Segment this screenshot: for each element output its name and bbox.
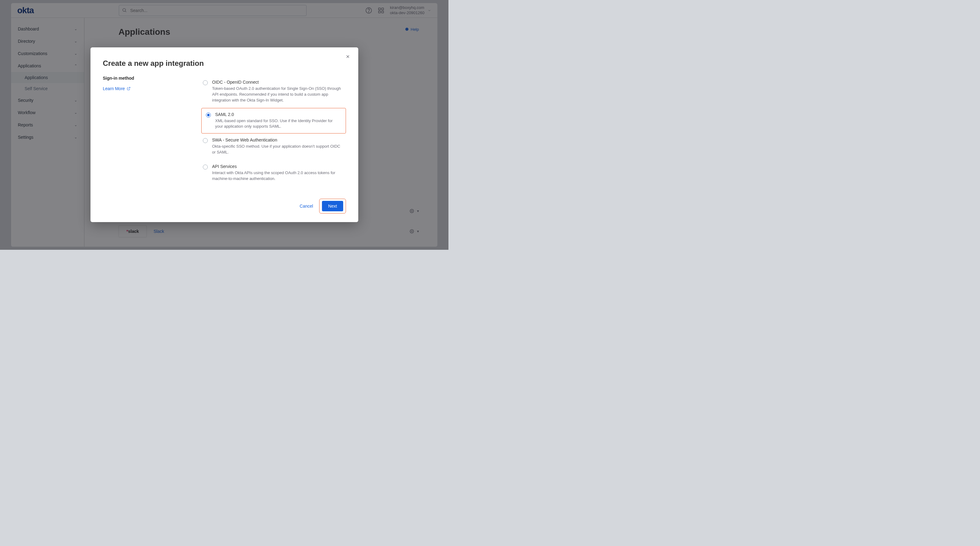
- cancel-button[interactable]: Cancel: [299, 201, 315, 211]
- option-swa[interactable]: SWA - Secure Web Authentication Okta-spe…: [201, 133, 346, 160]
- radio-icon: [203, 80, 208, 85]
- option-title: SWA - Secure Web Authentication: [212, 138, 341, 143]
- learn-more-label: Learn More: [103, 86, 125, 91]
- next-button-highlight: Next: [319, 199, 346, 213]
- sign-in-method-label: Sign-in method: [103, 76, 189, 81]
- next-button[interactable]: Next: [322, 201, 343, 211]
- option-title: SAML 2.0: [215, 112, 341, 117]
- option-api-services[interactable]: API Services Interact with Okta APIs usi…: [201, 160, 346, 186]
- close-icon[interactable]: [345, 54, 350, 59]
- radio-icon: [203, 138, 208, 143]
- svg-line-12: [128, 87, 130, 89]
- option-saml[interactable]: SAML 2.0 XML-based open standard for SSO…: [201, 108, 346, 134]
- option-desc: Token-based OAuth 2.0 authentication for…: [212, 86, 341, 103]
- learn-more-link[interactable]: Learn More: [103, 86, 189, 91]
- modal-title: Create a new app integration: [103, 59, 346, 68]
- option-oidc[interactable]: OIDC - OpenID Connect Token-based OAuth …: [201, 76, 346, 108]
- option-desc: XML-based open standard for SSO. Use if …: [215, 118, 341, 130]
- create-app-integration-modal: Create a new app integration Sign-in met…: [91, 48, 358, 222]
- radio-icon: [206, 113, 211, 117]
- option-desc: Okta-specific SSO method. Use if your ap…: [212, 144, 341, 156]
- option-title: API Services: [212, 164, 341, 169]
- radio-icon: [203, 165, 208, 170]
- option-title: OIDC - OpenID Connect: [212, 80, 341, 84]
- external-link-icon: [127, 87, 130, 90]
- option-desc: Interact with Okta APIs using the scoped…: [212, 170, 341, 182]
